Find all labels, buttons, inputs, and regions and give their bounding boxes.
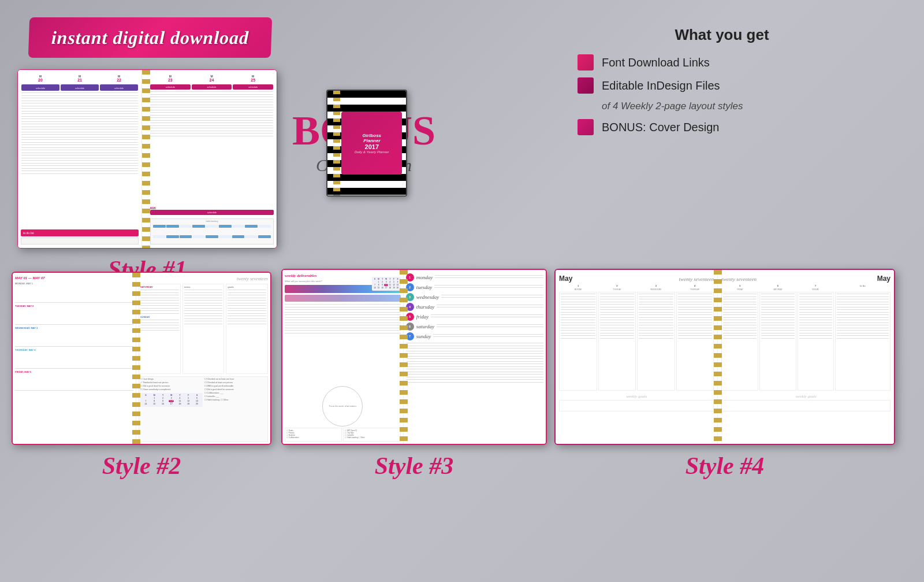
style3-monday: 1 monday bbox=[406, 273, 543, 281]
style1-right-day-headers: M23 M24 M25 bbox=[150, 75, 273, 82]
style2-wrapper: MAY 01 — MAY 07 MONDAY, MAY 1 TUESDAY, M… bbox=[12, 272, 271, 480]
style2-header-date: MAY 01 — MAY 07 bbox=[15, 276, 133, 280]
style4-spiral bbox=[714, 270, 722, 444]
style2-checklist-col1: ✓ I love things ✓ Thanked at least one p… bbox=[140, 378, 202, 440]
style4-day-col2 bbox=[598, 292, 636, 391]
style4-goals-box-left bbox=[559, 400, 714, 412]
feature-item-1: Font Download Links bbox=[578, 54, 866, 71]
style4-day-columns bbox=[559, 292, 714, 391]
feature-icon-3 bbox=[578, 119, 594, 135]
style4-right-days-header: 5 6 7 to do bbox=[721, 284, 891, 287]
style2-tuesday-label: TUESDAY, MAY 2 bbox=[15, 305, 133, 307]
style4-cal-header-right: twenty seventeen May bbox=[721, 275, 891, 283]
style4-right-daynames: FRIDAY SATURDAY SUNDAY bbox=[721, 288, 891, 291]
style2-tuesday-space bbox=[15, 309, 133, 325]
style2-wednesday-space bbox=[15, 331, 133, 347]
bonus-book-title: Girlboss bbox=[363, 133, 381, 138]
style2-col1: SATURDAY SUNDAY bbox=[139, 284, 181, 374]
style3-right-extra-lines bbox=[406, 343, 543, 382]
style3-bottom-checklist: ☐ Goals ☐ Fitness ☐ Nutrition ☐ Collabor… bbox=[285, 428, 401, 442]
bonus-book-tagline: Daily & Yearly Planner bbox=[355, 150, 389, 154]
bonus-book-overlay: Girlboss Planner 2017 Daily & Yearly Pla… bbox=[341, 112, 402, 175]
style1-right-page: M23 M24 M25 schedule schedule schedule M… bbox=[142, 70, 277, 248]
style4-day-col1 bbox=[559, 292, 597, 391]
style3-wrapper: weekly deliverables What will you accomp… bbox=[281, 269, 547, 480]
style3-thursday: 4 thursday bbox=[406, 303, 543, 311]
tracker-bottom: habit tracking bbox=[150, 218, 274, 244]
style3-label-wrap: Style #3 bbox=[281, 452, 547, 480]
style2-label: Style #2 bbox=[102, 453, 181, 479]
style4-day-col3 bbox=[637, 292, 675, 391]
spiral-binding bbox=[142, 70, 150, 248]
style2-col2: notes bbox=[182, 284, 225, 374]
style4-cal-days-header: 1 2 3 4 bbox=[559, 284, 714, 287]
style2-right-title: twenty seventeen bbox=[139, 276, 268, 281]
style2-col3: goals bbox=[226, 284, 268, 374]
style1-wrapper: M20 M21 M22 schedule schedule schedule bbox=[17, 69, 277, 283]
style4-right-day-col1 bbox=[721, 292, 758, 391]
style2-spiral bbox=[132, 273, 140, 444]
banner: instant digital download bbox=[28, 17, 272, 58]
feature-icon-1 bbox=[578, 54, 594, 71]
feature-item-2: Editable InDesign Files bbox=[578, 77, 866, 94]
style2-friday-space bbox=[15, 375, 133, 391]
style2-monday-space bbox=[15, 287, 133, 303]
banner-text: instant digital download bbox=[51, 27, 249, 49]
style2-thursday-label: THURSDAY, MAY 4 bbox=[15, 349, 133, 351]
m26-section: M26 schedule bbox=[150, 206, 274, 216]
style3-right-page: 1 monday 2 tuesday 3 wednesday 4 thursda… bbox=[404, 270, 546, 444]
style3-label: Style #3 bbox=[375, 453, 453, 479]
style4-month-left: May bbox=[559, 275, 572, 283]
bonus-book-year: 2017 bbox=[365, 143, 379, 150]
style4-wrapper: May twenty seventeen 1 2 3 4 MONDAY TUES… bbox=[554, 269, 895, 480]
style3-left-lines bbox=[285, 304, 401, 333]
style4-right-day-columns bbox=[721, 292, 891, 391]
style2-left-page: MAY 01 — MAY 07 MONDAY, MAY 1 TUESDAY, M… bbox=[13, 273, 136, 444]
style3-sunday: 7 sunday bbox=[406, 332, 543, 340]
feature-sub-text: of 4 Weekly 2-page layout styles bbox=[602, 101, 866, 112]
style3-book: weekly deliverables What will you accomp… bbox=[281, 269, 547, 445]
style4-goals-label-right: weekly goals bbox=[721, 394, 891, 399]
style4-month-right: May bbox=[877, 275, 891, 283]
style1-day-headers: M20 M21 M22 bbox=[21, 75, 138, 82]
style4-right-day-col2 bbox=[759, 292, 796, 391]
style4-right-page: twenty seventeen May 5 6 7 to do FRIDAY … bbox=[718, 270, 894, 444]
bonus-book-subtitle: Planner bbox=[363, 138, 380, 143]
style4-label: Style #4 bbox=[685, 453, 764, 479]
style2-checklist: ✓ I love things ✓ Thanked at least one p… bbox=[139, 376, 268, 442]
bonus-book: Girlboss Planner 2017 Daily & Yearly Pla… bbox=[326, 90, 407, 197]
style3-tuesday: 2 tuesday bbox=[406, 283, 543, 291]
bottom-area-left bbox=[21, 238, 139, 244]
style1-book: M20 M21 M22 schedule schedule schedule bbox=[17, 69, 277, 249]
feature-text-3: BONUS: Cover Design bbox=[602, 121, 719, 134]
style4-year-right: twenty seventeen bbox=[721, 276, 757, 282]
what-you-get-title: What you get bbox=[578, 26, 866, 44]
bonus-book-spine bbox=[333, 91, 340, 195]
style3-wednesday: 3 wednesday bbox=[406, 293, 543, 301]
style4-cal-header-left: May twenty seventeen bbox=[559, 275, 714, 283]
style4-year-left: twenty seventeen bbox=[679, 276, 714, 282]
style3-focus-circle: Focus this week: what matters bbox=[322, 386, 363, 427]
style3-spiral bbox=[400, 270, 408, 444]
style4-todo-col bbox=[835, 292, 891, 391]
style4-label-wrap: Style #4 bbox=[554, 452, 895, 480]
style2-label-wrap: Style #2 bbox=[12, 452, 271, 480]
style2-checklist-col2: ☐ Checked out at least one hour ☐ Checke… bbox=[204, 378, 266, 440]
style4-goals-label-left: weekly goals bbox=[559, 394, 714, 399]
style3-mini-cal: SMTWTFS 123456 78910111213 1415161718192… bbox=[372, 275, 401, 291]
style2-columns: SATURDAY SUNDAY notes bbox=[139, 284, 268, 374]
style2-right-page: twenty seventeen SATURDAY SUNDAY notes bbox=[136, 273, 270, 444]
style4-goals-box-right bbox=[721, 400, 891, 412]
style3-saturday: 6 saturday bbox=[406, 322, 543, 331]
style3-left-page: weekly deliverables What will you accomp… bbox=[282, 270, 404, 444]
style4-day-col4 bbox=[676, 292, 714, 391]
style1-left-page: M20 M21 M22 schedule schedule schedule bbox=[18, 70, 142, 248]
style2-book: MAY 01 — MAY 07 MONDAY, MAY 1 TUESDAY, M… bbox=[12, 272, 271, 445]
style3-friday: 5 friday bbox=[406, 313, 543, 321]
feature-text-2: Editable InDesign Files bbox=[602, 79, 720, 92]
style4-book: May twenty seventeen 1 2 3 4 MONDAY TUES… bbox=[554, 269, 895, 445]
style2-wednesday-label: WEDNESDAY, MAY 3 bbox=[15, 327, 133, 329]
what-you-get-section: What you get Font Download Links Editabl… bbox=[578, 26, 866, 142]
style2-mini-cal: SMTWTFS 123456 78910111213 1415161718192… bbox=[140, 393, 202, 407]
style4-right-day-col3 bbox=[798, 292, 834, 391]
